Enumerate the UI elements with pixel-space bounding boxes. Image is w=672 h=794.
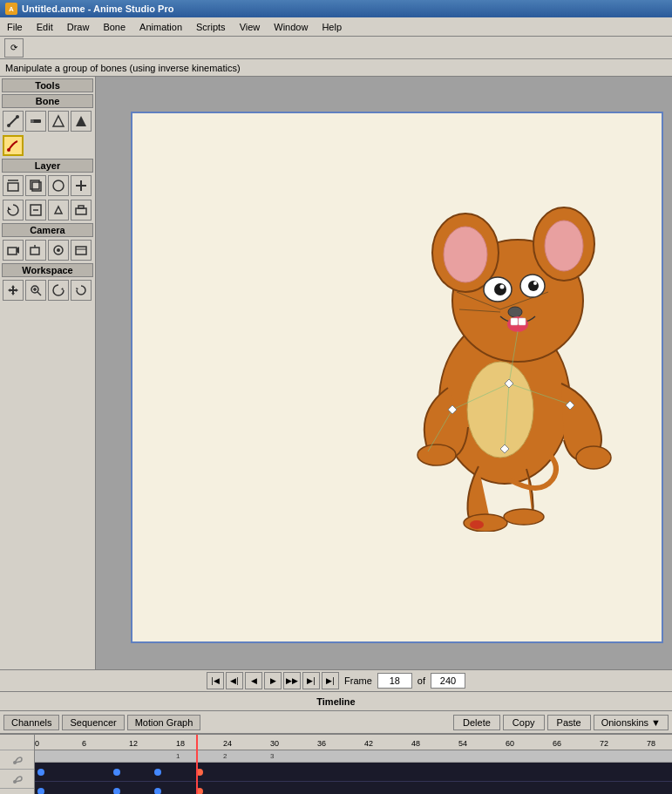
- tab-sequencer[interactable]: Sequencer: [62, 715, 124, 730]
- svg-marker-6: [76, 116, 86, 126]
- svg-rect-19: [78, 206, 84, 208]
- canvas-area[interactable]: [96, 77, 672, 669]
- toolbar-btn-1[interactable]: ⟳: [4, 38, 24, 58]
- tab-channels[interactable]: Channels: [3, 715, 59, 730]
- total-frames-input[interactable]: [431, 673, 465, 689]
- workspace-tool-rotate[interactable]: [48, 280, 69, 301]
- svg-point-35: [467, 362, 533, 458]
- camera-tool-1[interactable]: [3, 240, 24, 261]
- tools-panel: Tools Bone Layer: [0, 77, 96, 669]
- svg-marker-32: [61, 288, 64, 290]
- svg-point-55: [576, 446, 611, 469]
- main-layout: Tools Bone Layer: [0, 77, 672, 669]
- tools-header: Tools: [2, 78, 93, 92]
- playhead[interactable]: [196, 735, 198, 794]
- svg-point-47: [528, 281, 539, 291]
- prev-frame-btn[interactable]: ◀: [245, 672, 262, 689]
- menu-animation[interactable]: Animation: [132, 20, 189, 34]
- track2-row[interactable]: [35, 782, 672, 794]
- camera-section-header: Camera: [2, 223, 93, 237]
- menubar: File Edit Draw Bone Animation Scripts Vi…: [0, 17, 672, 37]
- prev-keyframe-btn[interactable]: ◀|: [226, 672, 243, 689]
- bone-tool-ik[interactable]: [3, 135, 24, 156]
- statusbar: Manipulate a group of bones (using inver…: [0, 59, 672, 77]
- workspace-tool-zoom[interactable]: [25, 280, 46, 301]
- svg-point-1: [7, 124, 10, 127]
- delete-button[interactable]: Delete: [453, 715, 500, 730]
- window-title: Untitled.anme - Anime Studio Pro: [22, 3, 173, 14]
- menu-scripts[interactable]: Scripts: [189, 20, 233, 34]
- layer-tool-8[interactable]: [71, 200, 92, 221]
- svg-point-48: [500, 285, 505, 289]
- titlebar: A Untitled.anme - Anime Studio Pro: [0, 0, 672, 17]
- svg-point-56: [464, 514, 507, 532]
- timeline-header: Timeline: [0, 692, 672, 711]
- copy-button[interactable]: Copy: [503, 715, 545, 730]
- svg-point-46: [494, 283, 506, 295]
- timeline-ruler-row: 061218243036424854606672788490: [35, 735, 672, 750]
- menu-help[interactable]: Help: [315, 20, 349, 34]
- current-frame-input[interactable]: [377, 673, 412, 689]
- workspace-tool-reset[interactable]: [71, 280, 92, 301]
- bone-tool-4[interactable]: [71, 111, 92, 132]
- svg-point-50: [508, 307, 522, 317]
- svg-point-58: [504, 509, 544, 525]
- menu-edit[interactable]: Edit: [30, 20, 60, 34]
- onionskins-label: Onionskins: [601, 717, 648, 728]
- keyframe-t1-3[interactable]: [154, 769, 161, 776]
- camera-tool-3[interactable]: [48, 240, 69, 261]
- svg-line-29: [37, 292, 41, 295]
- menu-file[interactable]: File: [0, 20, 30, 34]
- workspace-tools-row1: [2, 279, 93, 302]
- layer-tool-add[interactable]: [71, 175, 92, 196]
- svg-marker-15: [8, 207, 11, 210]
- layer-tool-1[interactable]: [3, 175, 24, 196]
- menu-bone[interactable]: Bone: [96, 20, 132, 34]
- app-icon: A: [5, 3, 17, 15]
- timeline-tabs: Channels Sequencer Motion Graph Delete C…: [0, 711, 672, 734]
- svg-rect-53: [519, 318, 526, 325]
- goto-start-btn[interactable]: |◀: [207, 672, 224, 689]
- goto-end-btn[interactable]: ▶|: [322, 672, 339, 689]
- onionskins-button[interactable]: Onionskins ▼: [594, 715, 669, 730]
- keyframe-t2-2[interactable]: [113, 788, 120, 795]
- camera-tool-4[interactable]: [71, 240, 92, 261]
- canvas-content[interactable]: [131, 112, 663, 643]
- svg-point-57: [470, 520, 484, 529]
- layer-tool-6[interactable]: [25, 200, 46, 221]
- bone-tool-2[interactable]: [25, 111, 46, 132]
- play-btn[interactable]: ▶: [264, 672, 282, 689]
- menu-draw[interactable]: Draw: [60, 20, 97, 34]
- svg-rect-52: [511, 318, 518, 325]
- keyframe-t1-1[interactable]: [37, 769, 44, 776]
- bone-tool-3[interactable]: [48, 111, 69, 132]
- svg-marker-33: [76, 288, 78, 290]
- svg-point-25: [57, 248, 60, 252]
- layer-tool-3[interactable]: [48, 175, 69, 196]
- next-frame-btn[interactable]: ▶▶: [283, 672, 301, 689]
- layer-tool-5[interactable]: [3, 200, 24, 221]
- svg-point-40: [545, 221, 583, 271]
- menu-view[interactable]: View: [233, 20, 268, 34]
- keyframe-t2-1[interactable]: [37, 788, 44, 795]
- timeline-container: 061218243036424854606672788490 1 2 3: [0, 734, 672, 794]
- tab-motion-graph[interactable]: Motion Graph: [127, 715, 201, 730]
- layer-tool-7[interactable]: [48, 200, 69, 221]
- bone-section-header: Bone: [2, 94, 93, 108]
- next-keyframe-btn[interactable]: ▶|: [302, 672, 320, 689]
- workspace-tool-pan[interactable]: [3, 280, 24, 301]
- menu-window[interactable]: Window: [267, 20, 315, 34]
- workspace-section-header: Workspace: [2, 263, 93, 277]
- sub-ruler-row: 1 2 3: [35, 750, 672, 763]
- svg-point-2: [16, 115, 19, 119]
- bone-tool-1[interactable]: [3, 111, 24, 132]
- track1-row[interactable]: [35, 763, 672, 782]
- camera-tool-2[interactable]: [25, 240, 46, 261]
- timeline-grid-area[interactable]: 061218243036424854606672788490 1 2 3: [35, 735, 672, 794]
- paste-button[interactable]: Paste: [547, 715, 591, 730]
- svg-point-69: [13, 780, 17, 784]
- keyframe-t2-3[interactable]: [154, 788, 161, 795]
- layer-tool-2[interactable]: [25, 175, 46, 196]
- keyframe-t1-2[interactable]: [113, 769, 120, 776]
- svg-point-38: [444, 227, 487, 282]
